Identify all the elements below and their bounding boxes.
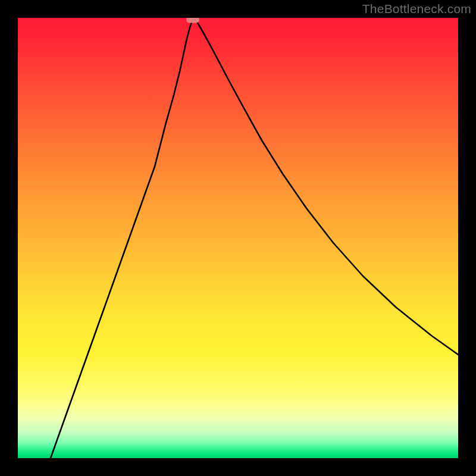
curve-svg	[18, 18, 458, 458]
chart-frame: TheBottleneck.com	[0, 0, 476, 476]
minimum-marker	[186, 18, 199, 23]
bottleneck-curve	[51, 20, 458, 458]
plot-area	[18, 18, 458, 458]
watermark-text: TheBottleneck.com	[362, 2, 471, 16]
